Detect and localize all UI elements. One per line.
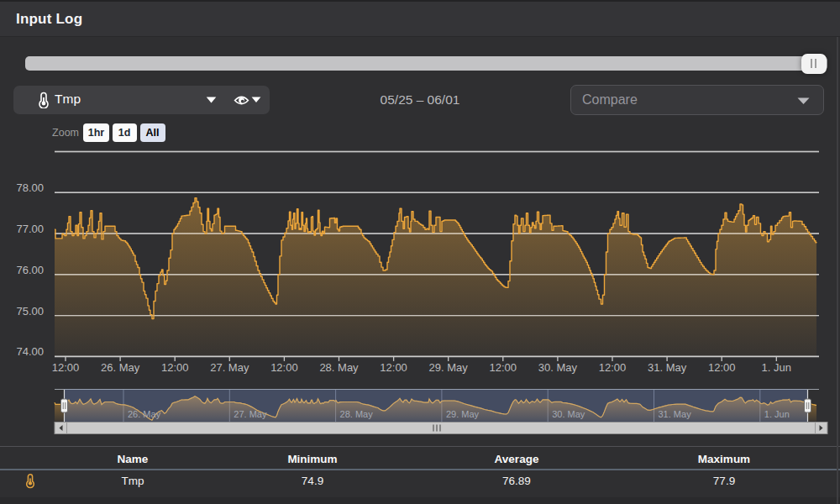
svg-text:27. May: 27. May (210, 361, 249, 374)
svg-text:12:00: 12:00 (380, 361, 407, 374)
svg-text:27. May: 27. May (234, 409, 267, 419)
svg-text:12:00: 12:00 (270, 361, 298, 374)
svg-text:12:00: 12:00 (52, 361, 80, 374)
svg-text:26. May: 26. May (128, 409, 161, 419)
svg-text:28. May: 28. May (319, 361, 359, 374)
svg-text:30. May: 30. May (538, 361, 578, 374)
svg-text:1. Jun: 1. Jun (764, 409, 790, 419)
svg-text:12:00: 12:00 (490, 361, 517, 374)
svg-text:29. May: 29. May (446, 409, 480, 419)
svg-text:74.00: 74.00 (16, 345, 44, 358)
svg-text:29. May: 29. May (429, 361, 469, 374)
svg-text:77.00: 77.00 (16, 223, 44, 235)
svg-text:31. May: 31. May (648, 361, 687, 374)
svg-text:78.00: 78.00 (16, 181, 44, 194)
svg-text:76.00: 76.00 (16, 264, 44, 276)
svg-text:12:00: 12:00 (708, 361, 736, 374)
svg-text:26. May: 26. May (101, 361, 140, 374)
svg-text:12:00: 12:00 (161, 361, 189, 374)
svg-text:75.00: 75.00 (16, 305, 44, 318)
svg-text:31. May: 31. May (659, 409, 692, 419)
svg-text:12:00: 12:00 (599, 361, 627, 374)
svg-text:28. May: 28. May (340, 409, 374, 419)
svg-text:1. Jun: 1. Jun (762, 361, 791, 374)
svg-text:30. May: 30. May (552, 409, 585, 419)
